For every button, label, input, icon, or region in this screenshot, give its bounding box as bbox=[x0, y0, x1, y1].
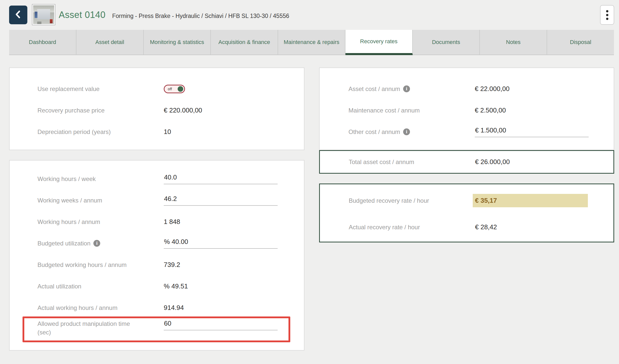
tab-monitoring-statistics[interactable]: Monitoring & statistics bbox=[144, 30, 211, 55]
form-row: Budgeted recovery rate / hour € 35,17 bbox=[349, 187, 613, 214]
asset-recovery-rates-screen: Asset 0140 Forming - Press Brake - Hydra… bbox=[0, 0, 619, 364]
chevron-left-icon bbox=[13, 9, 24, 21]
replacement-value-card: Use replacement value off Recovery purch… bbox=[9, 67, 304, 150]
tab-maintenance-repairs[interactable]: Maintenance & repairs bbox=[278, 30, 345, 55]
more-options-button[interactable] bbox=[600, 5, 614, 25]
field-label: Asset cost / annumi bbox=[348, 85, 475, 93]
toggle-knob bbox=[178, 86, 183, 92]
toggle-state-label: off bbox=[168, 87, 172, 91]
working-hours-card: Working hours / week Working weeks / ann… bbox=[9, 160, 304, 351]
page-subtitle: Forming - Press Brake - Hydraulic / Schi… bbox=[112, 13, 289, 19]
form-row: Depreciation period (years) 10 bbox=[37, 121, 304, 143]
field-label: Working hours / annum bbox=[37, 218, 164, 226]
info-icon[interactable]: i bbox=[93, 240, 100, 247]
form-row: Actual utilization % 49.51 bbox=[37, 276, 304, 297]
budgeted-utilization-input[interactable] bbox=[164, 238, 278, 249]
field-label: Budgeted recovery rate / hour bbox=[349, 196, 475, 205]
asset-cost-annum-value: € 22.000,00 bbox=[475, 85, 509, 93]
budgeted-recovery-rate-value: € 35,17 bbox=[473, 194, 588, 207]
info-icon[interactable]: i bbox=[403, 128, 410, 135]
budgeted-working-hours-value: 739.2 bbox=[164, 261, 180, 269]
other-cost-annum-input[interactable] bbox=[475, 126, 589, 137]
info-icon[interactable]: i bbox=[403, 85, 410, 92]
tab-disposal[interactable]: Disposal bbox=[547, 30, 614, 55]
actual-working-hours-value: 914.94 bbox=[164, 304, 184, 312]
kebab-dot bbox=[606, 18, 608, 20]
form-row: Budgeted working hours / annum 739.2 bbox=[37, 254, 304, 276]
field-label: Actual utilization bbox=[37, 282, 164, 291]
form-row: Working weeks / annum bbox=[37, 190, 304, 211]
page-title: Asset 0140 bbox=[59, 10, 106, 20]
tab-acquisition-finance[interactable]: Acquisition & finance bbox=[211, 30, 278, 55]
form-row: Asset cost / annumi € 22.000,00 bbox=[348, 78, 614, 100]
field-label: Actual working hours / annum bbox=[37, 304, 164, 312]
form-row: Other cost / annumi bbox=[348, 121, 614, 143]
form-row: Use replacement value off bbox=[37, 78, 304, 100]
tab-documents[interactable]: Documents bbox=[413, 30, 480, 55]
recovery-rates-box: Budgeted recovery rate / hour € 35,17 Ac… bbox=[319, 184, 614, 242]
form-row: Working hours / annum 1 848 bbox=[37, 211, 304, 233]
working-hours-annum-value: 1 848 bbox=[164, 218, 180, 226]
form-row: Recovery purchase price € 220.000,00 bbox=[37, 100, 304, 121]
actual-utilization-value: % 49.51 bbox=[164, 282, 188, 290]
allowed-manipulation-time-input[interactable] bbox=[164, 320, 278, 330]
field-label: Budgeted utilizationi bbox=[37, 239, 164, 248]
depreciation-period-value: 10 bbox=[164, 128, 171, 136]
form-row: Budgeted utilizationi bbox=[37, 233, 304, 254]
field-label: Actual recovery rate / hour bbox=[349, 223, 475, 232]
field-label: Recovery purchase price bbox=[37, 106, 164, 115]
maintenance-cost-annum-value: € 2.500,00 bbox=[475, 106, 506, 114]
use-replacement-value-toggle[interactable]: off bbox=[164, 85, 185, 93]
recovery-purchase-price-value: € 220.000,00 bbox=[164, 106, 202, 114]
kebab-dot bbox=[606, 10, 608, 12]
field-label: Working weeks / annum bbox=[37, 196, 164, 205]
field-label: Depreciation period (years) bbox=[37, 128, 164, 136]
form-row-annotated: Allowed product manipulation time (sec) bbox=[37, 318, 304, 346]
form-row: Working hours / week bbox=[37, 168, 304, 190]
field-label: Other cost / annumi bbox=[348, 128, 475, 136]
asset-photo-thumbnail bbox=[32, 4, 55, 25]
tab-dashboard[interactable]: Dashboard bbox=[9, 30, 76, 55]
asset-costs-card: Asset cost / annumi € 22.000,00 Maintena… bbox=[319, 67, 614, 150]
header-title-area: Asset 0140 Forming - Press Brake - Hydra… bbox=[59, 10, 289, 20]
tab-recovery-rates[interactable]: Recovery rates bbox=[345, 30, 413, 55]
total-asset-cost-value: € 26.000,00 bbox=[475, 158, 510, 166]
form-row: Actual working hours / annum 914.94 bbox=[37, 297, 304, 318]
back-button[interactable] bbox=[9, 6, 27, 24]
tab-bar: Dashboard Asset detail Monitoring & stat… bbox=[9, 30, 614, 55]
asset-photo bbox=[33, 5, 54, 24]
total-asset-cost-box: Total asset cost / annum € 26.000,00 bbox=[319, 150, 614, 174]
form-row: Maintenance cost / annum € 2.500,00 bbox=[348, 100, 614, 121]
tab-asset-detail[interactable]: Asset detail bbox=[76, 30, 144, 55]
field-label: Budgeted working hours / annum bbox=[37, 261, 164, 269]
field-label: Maintenance cost / annum bbox=[348, 106, 475, 115]
working-hours-week-input[interactable] bbox=[164, 173, 278, 184]
field-label: Working hours / week bbox=[37, 175, 164, 183]
kebab-dot bbox=[606, 14, 608, 16]
field-label: Use replacement value bbox=[37, 85, 164, 93]
field-label: Allowed product manipulation time (sec) bbox=[37, 320, 164, 336]
working-weeks-annum-input[interactable] bbox=[164, 195, 278, 206]
tab-notes[interactable]: Notes bbox=[480, 30, 547, 55]
form-row: Actual recovery rate / hour € 28,42 bbox=[349, 214, 613, 240]
actual-recovery-rate-value: € 28,42 bbox=[475, 223, 497, 231]
field-label: Total asset cost / annum bbox=[349, 158, 475, 166]
